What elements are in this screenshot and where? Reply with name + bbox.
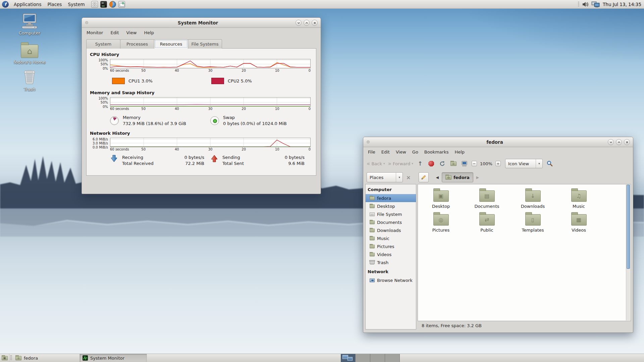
tab-processes[interactable]: Processes	[120, 39, 154, 49]
mail-icon[interactable]	[118, 1, 125, 8]
window-menu-icon[interactable]	[85, 21, 88, 24]
desktop-icon-trash[interactable]: Trash	[9, 69, 50, 92]
file-pane[interactable]: ▣ Desktop ▤ Documents ↓ Downloads ♫	[418, 184, 631, 321]
sidebar-item-music[interactable]: Music	[366, 234, 416, 242]
computer-button[interactable]	[461, 160, 469, 168]
network-icon	[370, 279, 375, 282]
minimize-button[interactable]	[296, 20, 302, 26]
workspace-4[interactable]	[385, 354, 400, 362]
menu-view[interactable]: View	[396, 149, 406, 155]
folder-item-pictures[interactable]: ◎ Pictures	[418, 212, 464, 235]
workspace-3[interactable]	[370, 354, 385, 362]
axis-tick-label: 0	[309, 69, 311, 72]
vertical-scrollbar[interactable]	[626, 185, 630, 320]
cpu1-color-swatch	[112, 78, 125, 84]
menu-edit[interactable]: Edit	[110, 30, 119, 35]
folder-icon	[370, 204, 375, 208]
workspace-1[interactable]	[341, 354, 356, 362]
folder-item-public[interactable]: ⇄ Public	[464, 212, 510, 235]
view-mode-label: Icon View	[505, 161, 536, 166]
menu-file[interactable]: File	[368, 149, 375, 155]
menu-bookmarks[interactable]: Bookmarks	[424, 149, 449, 155]
minimize-button[interactable]	[608, 139, 614, 145]
panel-handle[interactable]	[578, 2, 579, 7]
scrollbar-thumb[interactable]	[627, 185, 630, 269]
close-sidebar-button[interactable]: ×	[405, 174, 412, 181]
forward-button[interactable]: » Forward ▾	[388, 161, 413, 167]
task-button-fedora[interactable]: ⌂ fedora	[13, 354, 80, 362]
sidebar-item-desktop[interactable]: Desktop	[366, 202, 416, 210]
terminal-icon[interactable]	[100, 1, 107, 8]
titlebar[interactable]: System Monitor	[82, 18, 321, 28]
menu-help[interactable]: Help	[454, 149, 465, 155]
sidebar-item-videos[interactable]: Videos	[366, 250, 416, 258]
firefox-icon[interactable]	[109, 1, 116, 8]
workspace-2[interactable]	[356, 354, 370, 362]
folder-item-templates[interactable]: ▯ Templates	[510, 212, 556, 235]
back-chevron-icon: «	[367, 161, 370, 167]
taskbar-handle[interactable]	[10, 355, 12, 361]
back-dropdown-icon[interactable]: ▾	[383, 162, 385, 165]
desktop-icon-computer[interactable]: Computer	[9, 13, 50, 36]
axis-tick-label: 30	[208, 69, 213, 72]
zoom-out-button[interactable]: −	[472, 161, 477, 166]
close-button[interactable]	[624, 139, 630, 145]
up-button[interactable]: ↑	[416, 160, 424, 168]
close-button[interactable]	[312, 20, 318, 26]
back-label: Back	[371, 161, 382, 166]
home-button[interactable]: ⌂	[449, 160, 458, 168]
maximize-button[interactable]	[304, 20, 310, 26]
sidebar-item-trash[interactable]: Trash	[366, 258, 416, 266]
sidebar-item-browse-network[interactable]: Browse Network	[366, 276, 416, 284]
maximize-button[interactable]	[616, 139, 622, 145]
folder-item-desktop[interactable]: ▣ Desktop	[418, 188, 464, 212]
breadcrumb-fedora[interactable]: ⌂ fedora	[442, 172, 473, 182]
menu-applications[interactable]: Applications	[11, 0, 44, 8]
zoom-in-button[interactable]: +	[495, 161, 501, 166]
folder-item-videos[interactable]: ▦ Videos	[556, 212, 602, 235]
folder-item-documents[interactable]: ▤ Documents	[464, 188, 510, 212]
show-desktop-button[interactable]: ▣	[0, 354, 9, 362]
total-sent-value: 9.6 MiB	[288, 161, 305, 166]
home-folder-icon: ⌂	[21, 45, 38, 58]
tab-resources[interactable]: Resources	[154, 39, 188, 49]
sidebar-item-documents[interactable]: Documents	[366, 218, 416, 226]
tab-file-systems[interactable]: File Systems	[188, 39, 222, 49]
sidebar-item-label: Documents	[377, 220, 402, 225]
menu-places[interactable]: Places	[44, 0, 65, 8]
forward-dropdown-icon[interactable]: ▾	[412, 162, 413, 165]
stop-button[interactable]	[427, 160, 435, 168]
menu-edit[interactable]: Edit	[381, 149, 390, 155]
clock[interactable]: Thu Jul 13, 14:35	[603, 2, 641, 7]
titlebar[interactable]: fedora	[363, 137, 633, 147]
breadcrumb-scroll-right[interactable]: ▶	[475, 175, 480, 180]
volume-icon[interactable]	[582, 1, 589, 7]
menu-view[interactable]: View	[126, 30, 137, 35]
desktop-folder-icon: ▣	[2, 356, 8, 360]
menu-go[interactable]: Go	[412, 149, 418, 155]
back-button[interactable]: « Back ▾	[367, 161, 385, 167]
sidebar-item-fedora[interactable]: fedora	[366, 194, 416, 202]
sidebar-item-file-system[interactable]: File System	[366, 210, 416, 218]
network-monitors-icon[interactable]	[591, 1, 600, 8]
desktop-icon-home[interactable]: ⌂ fedora's Home	[9, 42, 50, 65]
search-button[interactable]	[546, 160, 554, 168]
reload-button[interactable]	[438, 160, 446, 168]
chevron-down-icon: ▾	[536, 159, 542, 168]
menu-system[interactable]: System	[65, 0, 88, 8]
breadcrumb-scroll-left[interactable]: ◀	[435, 175, 439, 180]
tab-system[interactable]: System	[86, 39, 120, 49]
folder-item-downloads[interactable]: ↓ Downloads	[510, 188, 556, 212]
edit-location-button[interactable]	[419, 172, 429, 182]
fedora-logo-icon[interactable]: f	[2, 1, 9, 8]
window-menu-icon[interactable]	[367, 140, 370, 143]
sidebar-item-downloads[interactable]: Downloads	[366, 226, 416, 234]
sidebar-item-pictures[interactable]: Pictures	[366, 242, 416, 250]
places-combobox[interactable]: Places ▾	[367, 172, 403, 182]
view-mode-combobox[interactable]: Icon View ▾	[505, 159, 543, 168]
menu-help[interactable]: Help	[144, 30, 154, 35]
file-manager-icon[interactable]	[91, 1, 98, 8]
task-button-system-monitor[interactable]: System Monitor	[80, 354, 147, 362]
menu-monitor[interactable]: Monitor	[87, 30, 103, 35]
folder-item-music[interactable]: ♫ Music	[556, 188, 602, 212]
